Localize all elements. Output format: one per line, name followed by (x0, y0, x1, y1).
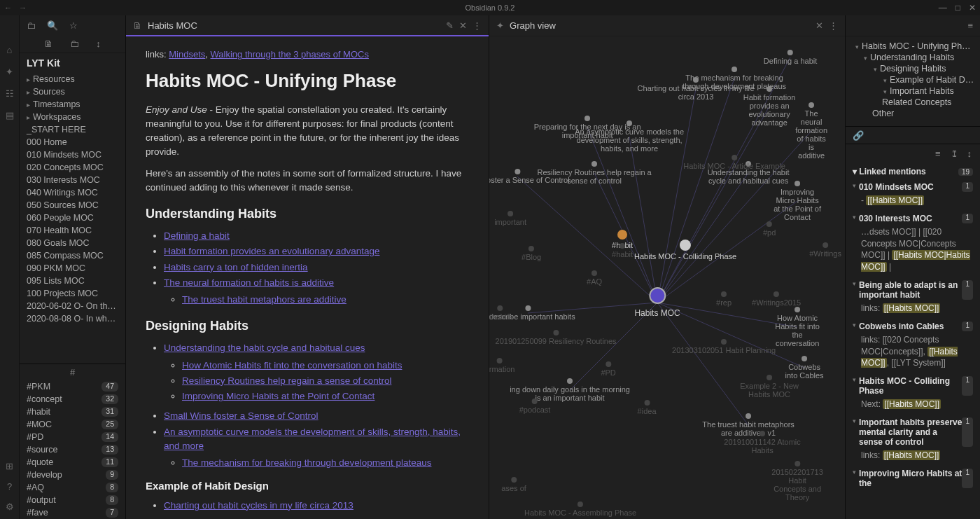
link[interactable]: Habit formation provides an evolutionary… (164, 246, 379, 256)
file-item[interactable]: 095 Lists MOC (22, 275, 122, 287)
tag-row[interactable]: #AQ8 (20, 481, 125, 494)
file-item[interactable]: 060 People MOC (22, 212, 122, 224)
folder-item[interactable]: Sources (22, 85, 122, 98)
outline-tab-icon[interactable]: ≡ (967, 20, 973, 31)
link[interactable]: Defining a habit (164, 230, 230, 241)
titlebar: ← → Obsidian 0.9.2 — □ ✕ (0, 0, 980, 15)
backlink-item[interactable]: Improving Micro Habits at the1 (851, 466, 974, 490)
note-editor[interactable]: links: Mindsets, Walking through the 3 p… (126, 36, 489, 519)
tag-row[interactable]: #MOC25 (20, 418, 125, 431)
svg-line-11 (528, 303, 657, 313)
svg-line-8 (657, 173, 748, 303)
pane-menu-icon[interactable]: ⋮ (472, 20, 482, 31)
tag-row[interactable]: #source13 (20, 443, 125, 456)
nav-back-icon[interactable]: ← (4, 4, 12, 12)
outline-item[interactable]: Understanding Habits (851, 52, 974, 63)
backlink-snippet: links: [[Habits MOC]] (851, 448, 974, 466)
file-item[interactable]: 080 Goals MOC (22, 237, 122, 249)
graph-canvas[interactable]: Habits MOCHabits MOC - Colliding Phase#h… (489, 36, 845, 519)
link-mindsets[interactable]: Mindsets (169, 49, 205, 60)
backlink-item[interactable]: Cobwebs into Cables1 (851, 319, 974, 333)
template-icon[interactable]: ▤ (6, 110, 14, 120)
close-graph-icon[interactable]: ✕ (816, 20, 823, 31)
vault-icon[interactable]: ⊞ (6, 461, 13, 471)
link[interactable]: The mechanism for breaking through devel… (182, 457, 431, 468)
link[interactable]: An asymptotic curve models the developme… (164, 427, 461, 451)
files-tab-icon[interactable]: 🗀 (27, 20, 36, 31)
link[interactable]: Charting out habit cycles in my life cir… (164, 500, 354, 511)
backlink-snippet: links: [[Habits MOC]] (851, 301, 974, 319)
help-icon[interactable]: ? (7, 481, 12, 492)
nav-forward-icon[interactable]: → (19, 4, 27, 12)
link[interactable]: Small Wins foster a Sense of Control (164, 410, 318, 421)
tag-row[interactable]: #PD14 (20, 431, 125, 443)
tag-row[interactable]: #habit31 (20, 406, 125, 418)
file-item[interactable]: 2020-08-08 O- In what way (22, 312, 122, 325)
tag-row[interactable]: #output8 (20, 494, 125, 506)
search-tab-icon[interactable]: 🔍 (47, 20, 58, 31)
daily-note-icon[interactable]: ☷ (6, 88, 14, 99)
outline-item[interactable]: Related Concepts (851, 97, 974, 108)
file-item[interactable]: 050 Sources MOC (22, 199, 122, 212)
quick-switcher-icon[interactable]: ⌂ (7, 45, 13, 55)
close-icon[interactable]: ✕ (969, 3, 976, 13)
file-item[interactable]: 040 Writings MOC (22, 186, 122, 199)
edit-icon[interactable]: ✎ (446, 20, 454, 31)
backlink-item[interactable]: Being able to adapt is an important habi… (851, 277, 974, 301)
minimize-icon[interactable]: — (939, 3, 947, 13)
link[interactable]: The truest habit metaphors are additive (182, 294, 346, 305)
tag-row[interactable]: #develop9 (20, 469, 125, 481)
file-item[interactable]: _START HERE (22, 123, 122, 136)
tag-row[interactable]: #PKM47 (20, 380, 125, 393)
file-item[interactable]: 085 Compass MOC (22, 249, 122, 262)
file-item[interactable]: 100 Projects MOC (22, 287, 122, 300)
backlink-item[interactable]: Habits MOC - Colliding Phase1 (851, 373, 974, 397)
link[interactable]: Understanding the habit cycle and habitu… (164, 342, 365, 353)
tag-row[interactable]: #quote11 (20, 456, 125, 469)
folder-item[interactable]: Resources (22, 73, 122, 85)
link[interactable]: Habits carry a ton of hidden inertia (164, 262, 308, 272)
close-pane-icon[interactable]: ✕ (459, 20, 467, 31)
collapse-icon[interactable]: ≡ (935, 148, 941, 159)
outline-item[interactable]: Other (851, 108, 974, 119)
outline-item[interactable]: Habits MOC - Unifying Phase (851, 41, 974, 52)
file-item[interactable]: 070 Health MOC (22, 224, 122, 237)
file-tree[interactable]: ResourcesSourcesTimestampsWorkspaces_STA… (20, 71, 125, 364)
new-note-icon[interactable]: 🗎 (44, 39, 53, 49)
sort-icon[interactable]: ↕ (96, 39, 101, 49)
graph-menu-icon[interactable]: ⋮ (829, 20, 838, 31)
file-item[interactable]: 090 PKM MOC (22, 262, 122, 275)
link[interactable]: Improving Micro Habits at the Point of C… (182, 391, 374, 401)
folder-item[interactable]: Timestamps (22, 98, 122, 111)
graph-icon[interactable]: ✦ (6, 67, 13, 77)
backlink-item[interactable]: Important habits preserve mental clarity… (851, 415, 974, 448)
link[interactable]: Resiliency Routines help regain a sense … (182, 375, 391, 386)
file-item[interactable]: 010 Mindsets MOC (22, 148, 122, 161)
tag-row[interactable]: #concept32 (20, 393, 125, 406)
outline-item[interactable]: Example of Habit Design (851, 74, 974, 85)
editor-tab-title: Habits MOC (148, 20, 197, 31)
file-item[interactable]: 030 Interests MOC (22, 174, 122, 186)
outline-item[interactable]: Designing Habits (851, 63, 974, 74)
starred-tab-icon[interactable]: ☆ (69, 20, 78, 31)
file-item[interactable]: 000 Home (22, 136, 122, 148)
link[interactable]: The neural formation of habits is additi… (164, 277, 334, 288)
link[interactable]: How Atomic Habits fit into the conversat… (182, 360, 402, 371)
link-walking[interactable]: Walking through the 3 phases of MOCs (211, 49, 369, 60)
settings-icon[interactable]: ⚙ (6, 501, 14, 512)
tag-row[interactable]: #fave7 (20, 506, 125, 519)
backlink-item[interactable]: 010 Mindsets MOC1 (851, 179, 974, 193)
tag-pane-icon[interactable]: # (20, 364, 125, 380)
folder-item[interactable]: Workspaces (22, 111, 122, 123)
h2-designing: Designing Habits (146, 317, 469, 335)
sort-backlinks-icon[interactable]: ↕ (967, 148, 972, 159)
backlink-item[interactable]: 030 Interests MOC1 (851, 211, 974, 225)
file-item[interactable]: 2020-06-02 O- On the proc (22, 300, 122, 312)
svg-line-7 (594, 173, 657, 303)
maximize-icon[interactable]: □ (955, 3, 960, 13)
file-item[interactable]: 020 Concepts MOC (22, 161, 122, 174)
outline-item[interactable]: Important Habits (851, 85, 974, 97)
new-folder-icon[interactable]: 🗀 (70, 39, 79, 49)
svg-line-15 (657, 303, 804, 368)
backlinks-tab-icon[interactable]: 🔗 (853, 130, 864, 141)
